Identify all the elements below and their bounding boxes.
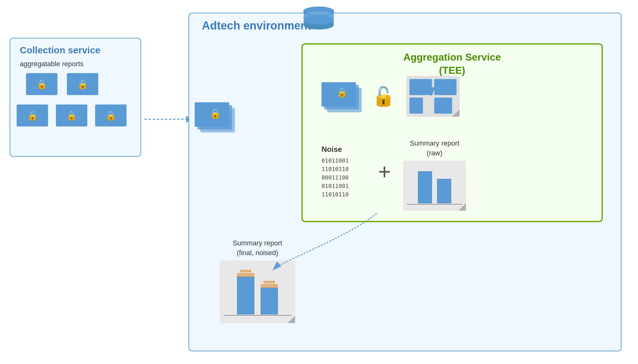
database-icon [301,6,336,33]
tee-bundled-docs: 🔒 [322,82,362,117]
summary-final-label: Summary report (final, noised) [220,238,295,258]
aggregation-tee-title: Aggregation Service (TEE) [303,51,602,77]
summary-raw-label: Summary report (raw) [403,139,466,158]
svg-point-10 [304,16,334,24]
locked-doc-1: 🔒 [26,73,57,95]
locked-doc-3: 🔒 [17,104,48,126]
noise-label: Noise [322,145,349,154]
locked-doc-2: 🔒 [67,73,98,95]
summary-raw-section: Summary report (raw) [403,139,466,211]
locked-doc-4: 🔒 [56,104,87,126]
collection-service-title: Collection service [20,45,100,56]
transit-bundled-docs: 🔒 [195,102,235,137]
locked-doc-5: 🔒 [95,104,127,126]
noise-indicator-2: noise [263,279,275,284]
summary-final-section: Summary report (final, noised) noise [220,238,295,323]
query-key-grid-doc [406,76,460,117]
noise-indicator-1: noise [240,268,251,273]
plus-sign: + [378,161,391,183]
noise-binary: 01011001 11010110 00011100 01011001 1101… [322,156,349,199]
noise-section: Noise 01011001 11010110 00011100 0101100… [322,145,349,199]
collection-service-subtitle: aggregatable reports [20,60,84,68]
collection-service-box: Collection service aggregatable reports … [9,38,141,157]
collection-docs-row1: 🔒 🔒 [26,73,98,95]
collection-docs-row2: 🔒 🔒 🔒 [17,104,127,126]
unlocked-lock-icon: 🔓 [372,85,395,108]
adtech-env-title: Adtech environment [202,19,311,32]
diagram-container: Adtech environment Collection service ag… [0,0,638,364]
aggregation-tee-box: Aggregation Service (TEE) 🔒 🔓 [301,43,603,222]
